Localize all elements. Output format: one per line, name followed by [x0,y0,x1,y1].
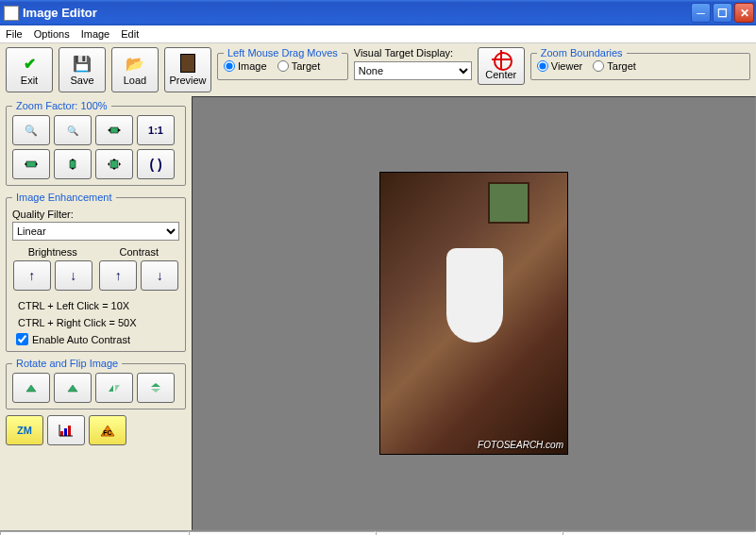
svg-rect-0 [110,127,118,133]
window-title: Image Editor [23,6,691,20]
flip-h-icon [107,381,122,394]
auto-contrast-checkbox[interactable]: Enable Auto Contrast [16,333,179,345]
flip-horizontal-button[interactable] [95,373,133,403]
drag-target-radio[interactable]: Target [277,60,321,72]
zoom-target-radio[interactable]: Target [593,60,636,72]
loaded-image: FOTOSEARCH.com [379,172,568,455]
fit-width-icon [107,124,122,137]
save-button[interactable]: 💾 Save [59,47,106,92]
watermark-text: FOTOSEARCH.com [478,440,563,450]
fc-button[interactable]: FC [89,415,126,445]
load-label: Load [124,75,146,86]
fc-triangle-icon: FC [98,423,117,438]
image-enhancement-group: Image Enhancement Quality Filter: Linear… [6,192,186,352]
menu-bar: File Options Image Edit [0,25,756,43]
zm-label: ZM [17,425,32,436]
chart-button[interactable] [47,415,85,445]
fit-all-icon [107,158,122,171]
rotate-flip-group: Rotate and Flip Image [6,358,186,410]
chart-icon [59,424,74,437]
preview-button[interactable]: Preview [164,47,211,92]
brightness-down-button[interactable]: ↓ [55,260,92,291]
title-bar: Image Editor ─ ☐ ✕ [0,0,756,25]
menu-options[interactable]: Options [34,28,70,40]
visual-target-display-group: Visual Target Display: None [354,47,472,80]
preview-label: Preview [169,75,206,86]
contrast-up-button[interactable]: ↑ [99,260,137,291]
triangle-icon [65,381,80,394]
contrast-label: Contrast [99,246,180,258]
status-bar: 1_3.JPG Source Size: 200W x 300H Viewer … [0,530,756,535]
zoom-viewer-label: Viewer [551,60,582,72]
portrait-icon [180,54,195,73]
minimize-button[interactable]: ─ [691,3,711,23]
enhance-legend: Image Enhancement [12,192,116,203]
svg-rect-5 [64,428,67,436]
zoom-target-label: Target [607,60,636,72]
brightness-up-button[interactable]: ↑ [13,260,51,291]
quality-filter-select[interactable]: Linear [12,222,179,241]
arrow-up-icon: ↑ [28,268,35,283]
vtd-select[interactable]: None [354,61,472,80]
one-to-one-button[interactable]: 1:1 [137,115,175,145]
main-toolbar: ✔ Exit 💾 Save 📂 Load Preview Left Mouse … [0,43,756,96]
menu-image[interactable]: Image [81,28,110,40]
fit-width-alt-icon [24,158,39,171]
zoom-in-button[interactable]: 🔍 [12,115,50,145]
auto-contrast-label: Enable Auto Contrast [32,334,130,345]
zoom-out-button[interactable]: 🔍 [54,115,92,145]
svg-rect-2 [70,160,76,168]
fit-height-button[interactable] [54,149,92,179]
zoom-factor-legend: Zoom Factor: 100% [12,100,111,111]
flip-vertical-button[interactable] [137,373,175,403]
fit-width-alt-button[interactable] [12,149,50,179]
zoom-factor-group: Zoom Factor: 100% 🔍 🔍 1:1 ( ) [6,100,186,186]
refresh-button[interactable]: ( ) [137,149,175,179]
zoom-viewer-radio[interactable]: Viewer [537,60,582,72]
triangle-icon [24,381,39,394]
zm-button[interactable]: ZM [6,415,43,445]
left-panel: Zoom Factor: 100% 🔍 🔍 1:1 ( ) Image Enha… [0,96,192,530]
arrow-down-icon: ↓ [70,268,76,283]
checkmark-icon: ✔ [20,54,39,73]
rotate-right-button[interactable] [54,373,92,403]
load-button[interactable]: 📂 Load [111,47,159,92]
fit-height-icon [65,158,80,171]
menu-file[interactable]: File [6,28,23,40]
svg-rect-3 [110,160,118,168]
refresh-icon: ( ) [149,157,161,172]
svg-rect-4 [60,431,63,436]
rotate-left-button[interactable] [12,373,50,403]
status-viewer-size: Viewer Size: 585W x 435H [376,531,563,535]
drag-image-radio[interactable]: Image [224,60,267,72]
vtd-label: Visual Target Display: [354,47,472,59]
left-mouse-drag-group: Left Mouse Drag Moves Image Target [217,47,348,80]
fit-all-button[interactable] [95,149,133,179]
maximize-button[interactable]: ☐ [713,3,732,23]
svg-rect-1 [26,161,36,167]
center-button[interactable]: Center [478,47,525,85]
arrow-down-icon: ↓ [157,268,163,283]
status-source-size: Source Size: 200W x 300H [189,531,376,535]
magnifier-plus-icon: 🔍 [25,125,38,137]
qf-label: Quality Filter: [12,209,179,220]
folder-icon: 📂 [126,54,144,73]
fit-width-button[interactable] [95,115,133,145]
save-label: Save [70,75,93,86]
svg-text:FC: FC [103,429,111,436]
status-target: No Target: [563,531,756,535]
image-canvas[interactable]: FOTOSEARCH.com [192,96,756,530]
contrast-down-button[interactable]: ↓ [141,260,178,291]
status-filename: 1_3.JPG [0,531,189,535]
drag-image-label: Image [238,60,267,72]
crosshair-icon [494,52,509,67]
exit-button[interactable]: ✔ Exit [6,47,53,92]
zoom-boundaries-group: Zoom Boundaries Viewer Target [530,47,750,80]
hint-right-click: CTRL + Right Click = 50X [18,315,179,332]
rotate-legend: Rotate and Flip Image [12,358,122,369]
drag-target-label: Target [292,60,321,72]
arrow-up-icon: ↑ [115,268,122,283]
brightness-label: Brightness [12,246,93,258]
close-button[interactable]: ✕ [734,3,754,23]
menu-edit[interactable]: Edit [121,28,139,40]
